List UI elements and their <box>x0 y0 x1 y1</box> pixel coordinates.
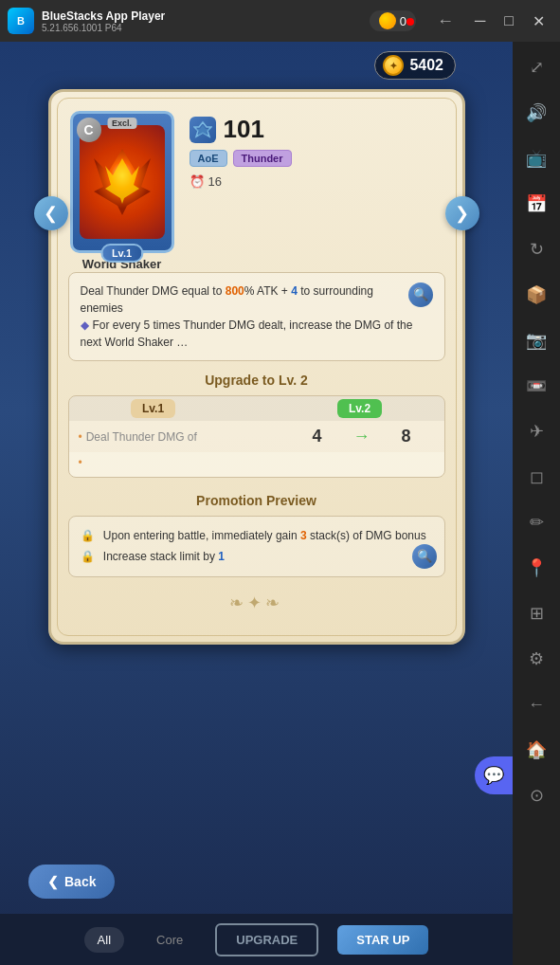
app-subtitle: 5.21.656.1001 P64 <box>42 23 362 33</box>
gold-bar: ✦ 5402 <box>374 51 456 80</box>
star-up-button[interactable]: STAR UP <box>337 925 428 955</box>
desc-text-1: Deal Thunder DMG equal to <box>81 284 226 298</box>
excl-badge: Excl. <box>107 118 136 129</box>
clock-icon: ⏰ <box>190 174 205 189</box>
magnify-button-1[interactable]: 🔍 <box>408 282 433 307</box>
sidebar-layers-icon[interactable]: ⊞ <box>520 597 552 629</box>
upgrade-val-from: 4 <box>289 427 346 446</box>
upgrade-header: Lv.1 Lv.2 <box>69 396 444 421</box>
tag-thunder: Thunder <box>233 150 292 167</box>
right-sidebar: ⤢ 🔊 📺 📅 ↻ 📦 📷 📼 ✈ ◻ ✏ 📍 ⊞ ⚙ ← 🏠 ⊙ <box>513 42 560 965</box>
sidebar-rotate-icon[interactable]: ↻ <box>520 233 552 265</box>
sidebar-back-icon[interactable]: ← <box>520 688 552 720</box>
skill-card: ❮ ❯ C Excl. <box>48 89 465 645</box>
sidebar-record-icon[interactable]: 📼 <box>520 370 552 402</box>
back-button[interactable]: ❮ Back <box>28 865 115 899</box>
sidebar-apps-icon[interactable]: ⊙ <box>520 779 552 811</box>
discord-button[interactable]: 💬 <box>475 756 513 794</box>
promo-line-1: 🔒 Upon entering battle, immediately gain… <box>81 526 433 547</box>
card-header: C Excl. <box>51 92 462 272</box>
promo-text-1b: stack(s) of DMG bonus <box>307 529 426 542</box>
dot-bullet: • <box>79 430 82 444</box>
skill-type-icon <box>190 117 216 143</box>
diamond-bullet: ◆ <box>81 319 89 332</box>
portrait-badge: C <box>77 118 101 142</box>
gold-amount: 5402 <box>409 57 443 74</box>
back-arrow-icon: ❮ <box>47 874 59 889</box>
sidebar-edit-icon[interactable]: ✏ <box>520 506 552 538</box>
desc-text-2: % ATK + <box>244 284 291 298</box>
clock-row: ⏰ 16 <box>190 174 443 189</box>
tag-aoe: AoE <box>190 150 227 167</box>
back-label: Back <box>64 874 96 889</box>
magnify-button-2[interactable]: 🔍 <box>412 544 437 569</box>
sidebar-location-icon[interactable]: 📍 <box>520 552 552 584</box>
upgrade-row-1: • Deal Thunder DMG of 4 → 8 <box>69 421 444 452</box>
game-content: ✦ 5402 ❮ ❯ C Excl. <box>0 42 513 965</box>
app-title: BlueStacks App Player <box>42 9 362 23</box>
skill-description: 🔍 Deal Thunder DMG equal to 800% ATK + 4… <box>68 272 445 361</box>
clock-value: 16 <box>208 174 222 189</box>
upgrade-button[interactable]: UPGRADE <box>215 923 318 956</box>
portrait-frame: C Excl. <box>70 111 174 253</box>
level-badge: Lv.1 <box>100 244 143 263</box>
lv2-label: Lv.2 <box>337 399 382 418</box>
gold-icon: ✦ <box>383 55 404 76</box>
tab-all[interactable]: All <box>84 927 124 953</box>
skill-tags: AoE Thunder <box>190 150 443 167</box>
coin-amount: 0 <box>400 14 406 28</box>
sidebar-airplane-icon[interactable]: ✈ <box>520 415 552 447</box>
promo-text-1a: Upon entering battle, immediately gain <box>103 529 300 542</box>
skill-info: 101 AoE Thunder ⏰ 16 <box>190 111 443 189</box>
upgrade-row-2: • <box>69 452 444 477</box>
nav-left-arrow[interactable]: ❮ <box>34 196 68 230</box>
sidebar-window-icon[interactable]: ◻ <box>520 461 552 493</box>
highlight-800: 800 <box>226 284 244 298</box>
coin-icon <box>379 12 396 29</box>
sidebar-screen-icon[interactable]: 📺 <box>520 142 552 174</box>
lv2-header-cell: Lv.2 <box>276 396 444 421</box>
sidebar-settings-icon[interactable]: ⚙ <box>520 643 552 675</box>
upgrade-row-label: Deal Thunder DMG of <box>86 430 289 444</box>
tab-core[interactable]: Core <box>143 927 196 953</box>
notification-dot <box>406 18 414 26</box>
promo-line-2: 🔒 Increase stack limit by 1 <box>81 547 433 568</box>
discord-icon: 💬 <box>483 765 504 786</box>
promo-highlight-1: 1 <box>218 550 225 563</box>
minimize-button[interactable]: ─ <box>467 10 493 31</box>
title-bar-text: BlueStacks App Player 5.21.656.1001 P64 <box>42 9 362 33</box>
sidebar-home-icon[interactable]: 🏠 <box>520 734 552 766</box>
lv1-header-cell: Lv.1 <box>69 396 238 421</box>
promo-box: 🔒 Upon entering battle, immediately gain… <box>68 516 445 577</box>
portrait-container: C Excl. <box>70 111 174 263</box>
sidebar-volume-icon[interactable]: 🔊 <box>520 97 552 129</box>
maximize-button[interactable]: □ <box>497 10 521 31</box>
skill-level: 101 <box>224 115 264 144</box>
lock-icon-2: 🔒 <box>81 550 95 563</box>
sidebar-apk-icon[interactable]: 📦 <box>520 279 552 311</box>
upgrade-row-2-label <box>86 457 89 468</box>
title-bar: B BlueStacks App Player 5.21.656.1001 P6… <box>0 0 560 42</box>
skill-title-row: 101 <box>190 115 443 144</box>
promo-text-2a: Increase stack limit by <box>103 550 218 563</box>
sidebar-calendar-icon[interactable]: 📅 <box>520 188 552 220</box>
arrow-icon: → <box>353 427 370 446</box>
lock-icon-1: 🔒 <box>81 529 95 542</box>
promo-section: Promotion Preview 🔒 Upon entering battle… <box>68 493 445 577</box>
close-button[interactable]: ✕ <box>525 10 552 32</box>
card-decoration: ❧✦❧ <box>51 592 462 613</box>
window-controls: ─ □ ✕ <box>467 10 552 32</box>
upgrade-val-to: 8 <box>378 427 435 446</box>
back-nav-button[interactable]: ← <box>431 9 460 33</box>
desc-text-4: For every 5 times Thunder DMG dealt, inc… <box>81 319 413 349</box>
upgrade-table: Lv.1 Lv.2 • Deal Thunder DMG of 4 → 8 • <box>68 395 445 478</box>
nav-right-arrow[interactable]: ❯ <box>445 196 479 230</box>
dot-bullet-2: • <box>79 456 82 469</box>
badge-c-icon: C <box>83 122 93 137</box>
upgrade-section-title: Upgrade to Lv. 2 <box>51 373 462 388</box>
sidebar-fullscreen-icon[interactable]: ⤢ <box>520 51 552 83</box>
bottom-bar: All Core UPGRADE STAR UP <box>0 914 513 965</box>
lv1-label: Lv.1 <box>131 399 175 418</box>
bluestacks-logo: B <box>8 8 34 34</box>
sidebar-camera-icon[interactable]: 📷 <box>520 324 552 356</box>
